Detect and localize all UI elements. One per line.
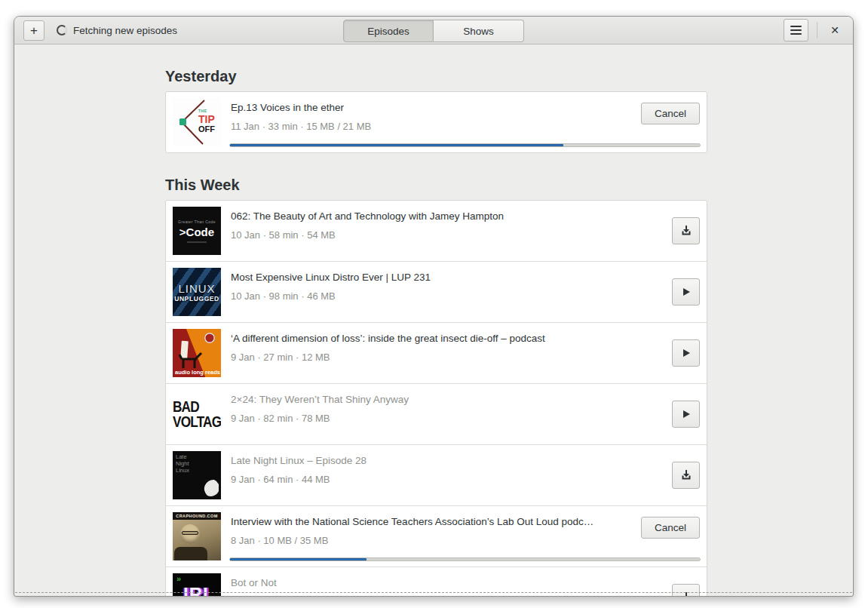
view-switcher: EpisodesShows xyxy=(343,20,524,42)
episode-meta: 9 Jan · 27 min · 12 MB xyxy=(231,352,663,363)
episode-action xyxy=(672,584,700,596)
episode-row: LINUXUNPLUGGED Most Expensive Linux Dist… xyxy=(166,261,707,322)
progress-fill xyxy=(230,558,367,560)
download-episode-button[interactable] xyxy=(672,584,700,596)
episode-section: This Week Greater Than Code>Code 062: Th… xyxy=(165,177,707,596)
play-icon xyxy=(682,410,691,419)
download-icon xyxy=(680,225,692,237)
episode-title: ‘A different dimension of loss’: inside … xyxy=(231,333,663,344)
cancel-download-button[interactable]: Cancel xyxy=(641,517,700,539)
episode-row: Greater Than Code>Code 062: The Beauty o… xyxy=(166,201,707,261)
lnl-cover-art: LateNightLinux xyxy=(173,451,221,499)
episode-title: Ep.13 Voices in the ether xyxy=(231,102,632,113)
crescent-moon-icon xyxy=(199,478,219,498)
episode-meta: 9 Jan · 82 min · 78 MB xyxy=(231,413,663,424)
podcast-cover: THETIPOFF xyxy=(173,98,221,146)
podcast-cover: LINUXUNPLUGGED xyxy=(173,268,221,316)
episode-section: Yesterday THETIPOFF Ep.13 Voices in the … xyxy=(165,68,707,153)
podcast-cover: audio long reads xyxy=(173,329,221,377)
episode-row: BADVOLTAGE 2×24: They Weren’t That Shiny… xyxy=(166,383,707,444)
section-title: This Week xyxy=(165,177,707,194)
download-episode-button[interactable] xyxy=(672,217,700,244)
episode-meta: 10 Jan · 58 min · 54 MB xyxy=(231,229,663,241)
podcast-cover: BADVOLTAGE xyxy=(173,390,221,438)
episode-row: audio long reads ‘A different dimension … xyxy=(166,322,707,383)
episodes-view: Yesterday THETIPOFF Ep.13 Voices in the … xyxy=(14,45,853,596)
episode-meta: 11 Jan · 33 min · 15 MB / 21 MB xyxy=(231,121,632,132)
episode-card: THETIPOFF Ep.13 Voices in the ether 11 J… xyxy=(165,91,707,153)
episode-title: Bot or Not xyxy=(231,577,663,588)
play-episode-button[interactable] xyxy=(672,339,700,367)
close-button[interactable]: ✕ xyxy=(826,21,844,39)
hamburger-icon xyxy=(790,29,802,31)
episode-title: Late Night Linux – Episode 28 xyxy=(231,455,663,466)
status-text: Fetching new episodes xyxy=(73,25,177,36)
play-episode-button[interactable] xyxy=(672,278,700,306)
episode-title: 2×24: They Weren’t That Shiny Anyway xyxy=(231,394,663,405)
download-progressbar xyxy=(229,143,701,147)
scroll-undershoot-indicator xyxy=(15,592,852,593)
header-bar: + Fetching new episodes EpisodesShows ✕ xyxy=(14,17,853,45)
alr-cover-art: audio long reads xyxy=(173,329,221,377)
episodes-column: Yesterday THETIPOFF Ep.13 Voices in the … xyxy=(165,68,707,596)
episode-row: CRAPHOUND.COM Interview with the Nationa… xyxy=(166,505,707,567)
podcast-cover: LateNightLinux xyxy=(173,451,221,499)
play-icon xyxy=(682,287,691,296)
tab-episodes[interactable]: Episodes xyxy=(343,20,434,42)
lup-cover-art: LINUXUNPLUGGED xyxy=(173,268,221,316)
episode-action xyxy=(672,401,700,428)
episode-title: Interview with the National Science Teac… xyxy=(231,516,632,527)
tab-shows[interactable]: Shows xyxy=(434,20,524,42)
download-progressbar xyxy=(229,557,701,561)
podcast-cover: CRAPHOUND.COM xyxy=(173,512,221,560)
gtc-cover-art: Greater Than Code>Code xyxy=(173,207,221,255)
section-title: Yesterday xyxy=(165,68,707,85)
episode-row: LateNightLinux Late Night Linux – Episod… xyxy=(166,444,707,505)
spinner-icon xyxy=(57,25,67,35)
add-podcast-button[interactable]: + xyxy=(23,20,44,41)
episode-action xyxy=(672,339,700,367)
app-window: + Fetching new episodes EpisodesShows ✕ … xyxy=(14,16,854,597)
episode-action xyxy=(672,217,700,244)
download-icon xyxy=(680,469,692,481)
play-episode-button[interactable] xyxy=(672,401,700,428)
download-episode-button[interactable] xyxy=(672,462,700,489)
header-separator xyxy=(817,22,817,38)
episode-meta: 8 Jan · 10 MB / 35 MB xyxy=(231,535,632,546)
cancel-download-button[interactable]: Cancel xyxy=(641,103,700,124)
episode-row: THETIPOFF Ep.13 Voices in the ether 11 J… xyxy=(166,92,707,152)
episode-action xyxy=(672,462,700,489)
episode-title: Most Expensive Linux Distro Ever | LUP 2… xyxy=(231,272,663,283)
progress-fill xyxy=(230,144,563,146)
episode-card: Greater Than Code>Code 062: The Beauty o… xyxy=(165,200,707,596)
menu-button[interactable] xyxy=(784,19,808,41)
episode-title: 062: The Beauty of Art and Technology wi… xyxy=(231,210,663,222)
tipoff-cover-art: THETIPOFF xyxy=(173,98,221,146)
episode-meta: 9 Jan · 64 min · 44 MB xyxy=(231,474,663,485)
podcast-cover: Greater Than Code>Code xyxy=(173,207,221,255)
episode-action: Cancel xyxy=(641,517,700,539)
episode-action: Cancel xyxy=(641,103,700,124)
craphound-cover-art: CRAPHOUND.COM xyxy=(173,512,221,560)
episode-action xyxy=(672,278,700,306)
bv-cover-art: BADVOLTAGE xyxy=(173,390,221,438)
episode-meta: 10 Jan · 98 min · 46 MB xyxy=(231,290,663,302)
play-icon xyxy=(682,349,691,358)
header-right: ✕ xyxy=(784,19,844,41)
